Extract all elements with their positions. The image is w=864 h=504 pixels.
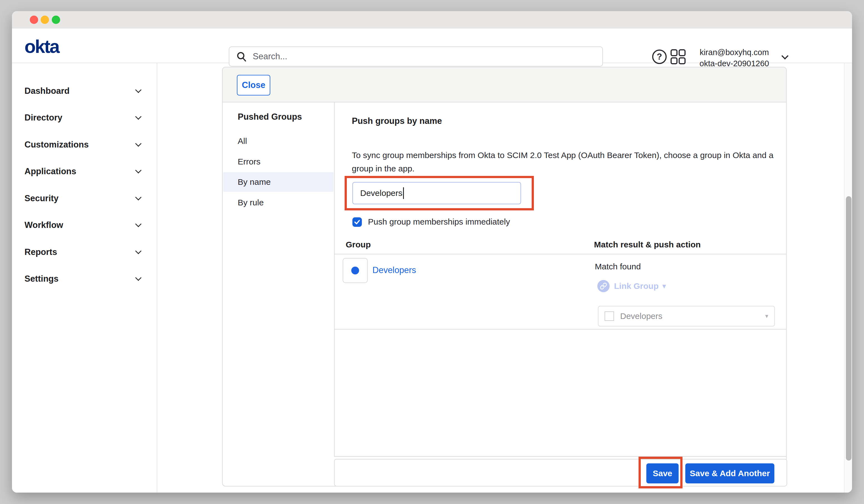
scrollbar-track[interactable] bbox=[844, 63, 852, 493]
match-status: Match found bbox=[595, 262, 641, 271]
text-cursor bbox=[403, 187, 404, 199]
caret-down-icon: ▾ bbox=[765, 313, 768, 320]
search-icon bbox=[236, 51, 247, 62]
column-header-group: Group bbox=[346, 240, 371, 249]
push-immediately-label[interactable]: Push group memberships immediately bbox=[368, 217, 510, 227]
chevron-down-icon bbox=[135, 113, 142, 120]
sidebar-item-workflow[interactable]: Workflow bbox=[12, 215, 157, 235]
pushed-groups-tab-all[interactable]: All bbox=[223, 131, 334, 151]
table-row-divider bbox=[335, 329, 787, 329]
group-logo bbox=[343, 258, 368, 283]
scrollbar-thumb[interactable] bbox=[846, 196, 851, 460]
close-button[interactable]: Close bbox=[237, 75, 270, 95]
browser-window: okta ? kiran@boxyhq. bbox=[12, 11, 852, 493]
column-header-match: Match result & push action bbox=[594, 240, 700, 249]
global-search[interactable] bbox=[229, 47, 603, 67]
sidebar-item-settings[interactable]: Settings bbox=[12, 269, 157, 289]
caret-down-icon: ▾ bbox=[662, 282, 666, 290]
top-app-bar: okta ? kiran@boxyhq. bbox=[12, 28, 852, 63]
chevron-down-icon bbox=[135, 167, 142, 174]
account-email: kiran@boxyhq.com bbox=[690, 47, 779, 58]
sidebar-item-reports[interactable]: Reports bbox=[12, 242, 157, 262]
save-and-add-another-button[interactable]: Save & Add Another bbox=[685, 463, 775, 483]
window-title-bar bbox=[12, 11, 852, 28]
chevron-down-icon bbox=[135, 248, 142, 254]
desktop: okta ? kiran@boxyhq. bbox=[0, 0, 864, 504]
target-group-select[interactable]: Developers ▾ bbox=[598, 306, 775, 326]
checkmark-icon bbox=[354, 219, 360, 225]
target-group-icon bbox=[604, 311, 614, 321]
zoom-window-button[interactable] bbox=[52, 15, 60, 24]
sidebar-item-directory[interactable]: Directory bbox=[12, 108, 157, 128]
help-button[interactable]: ? bbox=[652, 49, 667, 64]
search-input[interactable] bbox=[252, 51, 596, 62]
app-switcher-button[interactable] bbox=[670, 49, 686, 64]
link-icon bbox=[597, 280, 610, 292]
sidebar-item-customizations[interactable]: Customizations bbox=[12, 135, 157, 154]
sidebar-item-dashboard[interactable]: Dashboard bbox=[12, 81, 157, 101]
link-group-button[interactable]: Link Group ▾ bbox=[597, 280, 666, 292]
question-mark-icon: ? bbox=[657, 52, 662, 62]
sidebar-item-applications[interactable]: Applications bbox=[12, 162, 157, 181]
chevron-down-icon bbox=[135, 141, 142, 147]
section-title: Push groups by name bbox=[352, 116, 442, 126]
minimize-window-button[interactable] bbox=[41, 15, 49, 24]
group-name-input[interactable]: Developers bbox=[352, 182, 521, 204]
chevron-down-icon bbox=[135, 275, 142, 281]
chevron-down-icon bbox=[135, 194, 142, 201]
group-name-input-value: Developers bbox=[360, 189, 403, 198]
link-group-label: Link Group bbox=[614, 281, 659, 291]
section-description: To sync group memberships from Okta to S… bbox=[352, 148, 782, 175]
pushed-groups-tab-by-rule[interactable]: By rule bbox=[223, 193, 334, 212]
group-name-link[interactable]: Developers bbox=[372, 265, 416, 275]
pushed-groups-title: Pushed Groups bbox=[238, 112, 302, 122]
account-menu[interactable]: kiran@boxyhq.com okta-dev-20901260 bbox=[690, 47, 779, 69]
okta-logo[interactable]: okta bbox=[24, 36, 59, 57]
chevron-down-icon bbox=[135, 87, 142, 93]
push-groups-panel: Close Pushed Groups All Errors By name B… bbox=[222, 67, 787, 487]
main-sidebar: Dashboard Directory Customizations Appli… bbox=[12, 63, 157, 493]
push-by-name-content: Push groups by name To sync group member… bbox=[334, 103, 787, 457]
pushed-groups-tab-errors[interactable]: Errors bbox=[223, 152, 334, 171]
target-group-value: Developers bbox=[620, 311, 765, 321]
save-button[interactable]: Save bbox=[646, 463, 679, 483]
chevron-down-icon bbox=[781, 52, 788, 59]
grid-icon bbox=[670, 49, 686, 64]
panel-footer: Save Save & Add Another bbox=[334, 459, 787, 487]
group-logo-icon bbox=[351, 267, 359, 274]
chevron-down-icon bbox=[135, 221, 142, 227]
close-window-button[interactable] bbox=[30, 15, 38, 24]
sidebar-item-security[interactable]: Security bbox=[12, 189, 157, 208]
pushed-groups-tab-by-name[interactable]: By name bbox=[223, 172, 334, 192]
panel-toolbar: Close bbox=[223, 67, 786, 103]
table-header-divider bbox=[335, 254, 787, 254]
push-immediately-checkbox[interactable] bbox=[352, 217, 362, 227]
